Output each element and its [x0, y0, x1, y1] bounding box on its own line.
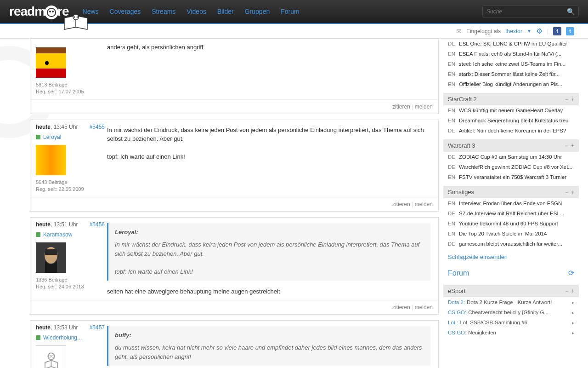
- quote-text: du musst wissen, keira hat nicht mehr so…: [115, 344, 422, 360]
- post-count: 5643 Beiträge: [36, 179, 105, 186]
- forum-thread-link[interactable]: CS:GO: Cheatverdacht bei cLy [Gfinity G.…: [443, 307, 579, 317]
- forum-post: 5813 BeiträgeReg. seit: 17.07.2005anders…: [30, 39, 439, 114]
- forum-post: heute, 13:53 Uhr#5457Wiederholung...4 Be…: [30, 320, 439, 368]
- logged-in-label: Eingeloggt als: [466, 28, 501, 34]
- post-body: buffy:du musst wissen, keira hat nicht m…: [105, 324, 433, 368]
- news-item[interactable]: DEWarchiefRich gewinnt ZODIAC Cup #8 vor…: [443, 162, 579, 172]
- post-time: heute, 13:53 Uhr: [36, 324, 78, 331]
- post-permalink[interactable]: #5457: [90, 324, 105, 331]
- lang-tag: DE: [448, 241, 456, 247]
- submit-headline-link[interactable]: Schlagzeile einsenden: [443, 249, 579, 265]
- avatar[interactable]: [36, 242, 66, 273]
- svg-point-1: [74, 17, 75, 18]
- news-item[interactable]: DEArtikel: Nun doch keine Koreaner in de…: [443, 126, 579, 136]
- svg-point-7: [48, 355, 51, 357]
- nav-forum[interactable]: Forum: [281, 8, 299, 15]
- post-permalink[interactable]: #5455: [90, 124, 105, 130]
- news-item[interactable]: ENWCS künftig mit neuem GameHeart Overla…: [443, 105, 579, 115]
- chevron-right-icon: ▸: [572, 310, 574, 315]
- forum-thread-link[interactable]: Dota 2: Dota 2 Kurze Frage - Kurze Antwo…: [443, 297, 579, 307]
- sidebar-section-header: Sonstiges−+: [443, 186, 579, 198]
- news-item[interactable]: DEZODIAC Cup #9 am Samstag um 14:30 Uhr: [443, 152, 579, 162]
- report-button[interactable]: melden: [415, 304, 433, 310]
- svg-point-2: [77, 17, 78, 18]
- svg-rect-5: [45, 249, 57, 255]
- minus-icon[interactable]: −: [565, 96, 568, 103]
- reg-date: Reg. seit: 24.06.2013: [36, 283, 105, 290]
- search-icon[interactable]: 🔍: [567, 8, 575, 15]
- main-nav: News Coverages Streams Videos Bilder Gru…: [83, 8, 300, 15]
- post-count: 5813 Beiträge: [36, 81, 105, 88]
- forum-thread-link[interactable]: CS:GO: Neuigkeiten▸: [443, 328, 579, 338]
- online-status-icon: [36, 232, 40, 237]
- post-author-link[interactable]: Wiederholung...: [43, 334, 82, 341]
- post-body: Leroyal:In mir wächst der Eindruck, dass…: [105, 221, 433, 296]
- lang-tag: EN: [448, 51, 456, 57]
- facebook-icon[interactable]: f: [553, 27, 561, 35]
- mail-icon[interactable]: ✉: [456, 28, 462, 35]
- report-button[interactable]: melden: [415, 201, 433, 207]
- sidebar-section-header: Warcraft 3−+: [443, 139, 579, 152]
- quote-text: In mir wächst der Eindruck, dass keira j…: [115, 241, 419, 275]
- plus-icon[interactable]: +: [571, 96, 574, 103]
- plus-icon[interactable]: +: [571, 288, 574, 294]
- nav-streams[interactable]: Streams: [152, 8, 175, 15]
- news-item[interactable]: ENsteel: Ich sehe keine zwei US-Teams im…: [443, 59, 579, 69]
- news-item[interactable]: ENDreamhack Siegerehrung bleibt Kultstat…: [443, 115, 579, 126]
- quote-button[interactable]: zitieren: [392, 201, 410, 207]
- post-author-link[interactable]: Leroyal: [43, 134, 61, 140]
- news-item[interactable]: ENInterview: Frodan über das Ende von ES…: [443, 198, 579, 208]
- lang-tag: EN: [448, 61, 456, 67]
- news-item[interactable]: ENDie Top 20 Twitch Spiele im Mai 2014: [443, 229, 579, 239]
- nav-bilder[interactable]: Bilder: [217, 8, 234, 15]
- quote-block: buffy:du musst wissen, keira hat nicht m…: [107, 326, 430, 366]
- site-logo[interactable]: readm re: [9, 4, 69, 19]
- avatar[interactable]: [36, 47, 66, 78]
- post-text: anders geht, als persönlichen angriff: [107, 43, 430, 52]
- news-item[interactable]: DEgamescom bleibt voraussichtlich für we…: [443, 239, 579, 249]
- news-item[interactable]: ENYoutube bekommt 48 und 60 FPS Support: [443, 218, 579, 229]
- lang-tag: DE: [448, 128, 456, 133]
- search-box[interactable]: 🔍: [482, 6, 579, 17]
- lang-tag: EN: [448, 71, 456, 77]
- news-item[interactable]: ENstarix: Dieser Sommer lässt keine Zeit…: [443, 69, 579, 79]
- avatar[interactable]: [36, 345, 66, 368]
- reg-date: Reg. seit: 17.07.2005: [36, 88, 105, 95]
- user-dropdown-icon[interactable]: ▼: [527, 29, 531, 34]
- forum-thread: 5813 BeiträgeReg. seit: 17.07.2005anders…: [5, 39, 443, 368]
- post-time: heute, 13:45 Uhr: [36, 124, 78, 130]
- report-button[interactable]: melden: [415, 104, 433, 110]
- news-item[interactable]: DEESL One: SK, LDNC & CPHW im EU Qualifi…: [443, 39, 579, 49]
- lang-tag: DE: [448, 41, 456, 46]
- news-item[interactable]: ENOffizieller Blog kündigt Änderungen an…: [443, 79, 579, 89]
- lang-tag: EN: [448, 81, 456, 87]
- current-user-link[interactable]: thextor: [505, 28, 522, 34]
- news-item[interactable]: ENFSTV veranstaltet ein 750$ Warcraft 3 …: [443, 172, 579, 182]
- quote-button[interactable]: zitieren: [392, 304, 410, 310]
- refresh-icon[interactable]: ⟳: [568, 269, 574, 277]
- quote-block: Leroyal:In mir wächst der Eindruck, dass…: [107, 223, 430, 281]
- quote-author: buffy:: [115, 331, 424, 340]
- post-permalink[interactable]: #5456: [90, 221, 105, 228]
- gear-icon[interactable]: ⚙: [536, 27, 543, 35]
- news-item[interactable]: ENESEA Finals: ceh9 als Stand-In für Na'…: [443, 49, 579, 59]
- search-input[interactable]: [486, 8, 567, 15]
- nav-videos[interactable]: Videos: [187, 8, 206, 15]
- quote-button[interactable]: zitieren: [392, 104, 410, 110]
- nav-coverages[interactable]: Coverages: [110, 8, 141, 15]
- minus-icon[interactable]: −: [565, 288, 568, 294]
- twitter-icon[interactable]: t: [566, 27, 574, 35]
- plus-icon[interactable]: +: [571, 189, 574, 196]
- minus-icon[interactable]: −: [565, 189, 568, 196]
- post-body: In mir wächst der Eindruck, dass keira j…: [105, 124, 433, 193]
- avatar[interactable]: [36, 145, 66, 175]
- reg-date: Reg. seit: 22.05.2009: [36, 186, 105, 193]
- chevron-right-icon: ▸: [572, 300, 574, 305]
- minus-icon[interactable]: −: [565, 143, 568, 149]
- post-author-link[interactable]: Karamasow: [43, 231, 72, 238]
- news-item[interactable]: DESZ.de-Interview mit Ralf Reichert über…: [443, 208, 579, 218]
- main-header: readm re News Coverages Streams Videos B…: [0, 0, 588, 24]
- plus-icon[interactable]: +: [571, 143, 574, 149]
- nav-gruppen[interactable]: Gruppen: [245, 8, 270, 15]
- forum-thread-link[interactable]: LoL: LoL SSB/CSB-Sammlung #6▸: [443, 317, 579, 328]
